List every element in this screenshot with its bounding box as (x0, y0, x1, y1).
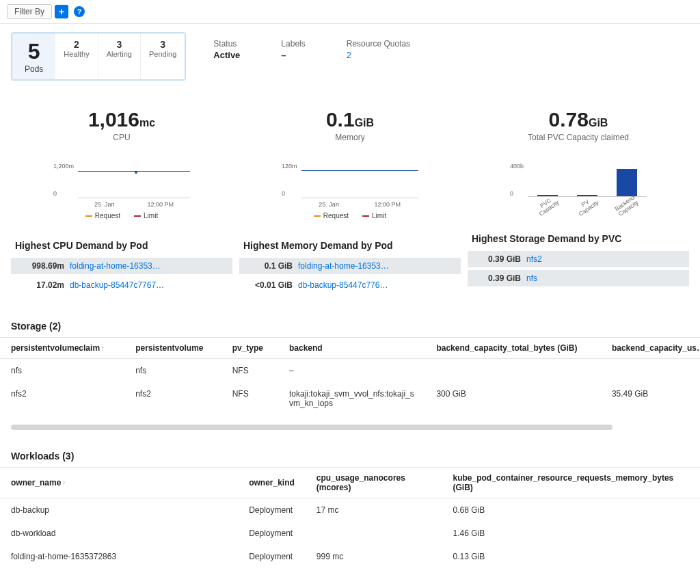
legend-request[interactable]: Request (314, 212, 349, 219)
add-filter-button[interactable]: + (55, 5, 68, 18)
col-cpu[interactable]: cpu_usage_nanocores (mcores) (306, 468, 442, 498)
pods-summary-box: 5 Pods 2 Healthy 3 Alerting 3 Pending (11, 32, 186, 81)
table-row[interactable]: db-workload Deployment 1.46 GiB (0, 522, 700, 545)
col-pvtype[interactable]: pv_type (221, 338, 278, 359)
pods-alerting[interactable]: 3 Alerting (98, 34, 140, 79)
pods-total[interactable]: 5 Pods (12, 34, 55, 79)
horizontal-scrollbar[interactable] (11, 425, 612, 430)
cpu-label: CPU (11, 133, 232, 142)
pvc-chart[interactable]: 400b 0 PVC Capacity PV Capacity Backend … (510, 163, 647, 213)
cpu-value: 1,016mc (11, 108, 232, 131)
memory-demand-row[interactable]: <0.01 GiB db-backup-85447c776… (239, 277, 461, 293)
cpu-chart[interactable]: 1,200m 0 25. Jan 12:00 PM Request Limit (53, 163, 190, 219)
table-row[interactable]: nfs2 nfs2 NFS tokaji:tokaji_svm_vvol_nfs… (0, 382, 700, 415)
col-cap-used[interactable]: backend_capacity_us… (601, 338, 700, 359)
memory-value: 0.1GiB (239, 108, 461, 131)
cpu-demand-row[interactable]: 17.02m db-backup-85447c7767… (11, 277, 232, 293)
pvc-demand-title: Highest Storage Demand by PVC (468, 233, 689, 244)
legend-limit[interactable]: Limit (362, 212, 386, 219)
col-backend[interactable]: backend (278, 338, 425, 359)
cpu-demand-list: 998.69m folding-at-home-16353… 17.02m db… (11, 258, 232, 293)
pvc-demand-row[interactable]: 0.39 GiB nfs (468, 270, 689, 286)
pvc-value: 0.78GiB (468, 108, 689, 131)
pods-pending[interactable]: 3 Pending (140, 34, 185, 79)
legend-limit[interactable]: Limit (134, 212, 158, 219)
cpu-summary: 1,016mc CPU 1,200m 0 25. Jan 12:00 PM (11, 108, 232, 296)
col-owner[interactable]: owner_name↑ (0, 468, 238, 498)
col-pvc[interactable]: persistentvolumeclaim↑ (0, 338, 124, 359)
legend-request[interactable]: Request (85, 212, 120, 219)
meta-status: Status Active (213, 39, 240, 60)
sort-asc-icon: ↑ (101, 345, 105, 352)
memory-demand-list: 0.1 GiB folding-at-home-16353… <0.01 GiB… (239, 258, 461, 293)
memory-demand-row[interactable]: 0.1 GiB folding-at-home-16353… (239, 258, 461, 274)
table-row[interactable]: folding-at-home-1635372863 Deployment 99… (0, 545, 700, 568)
table-row[interactable]: db-backup Deployment 17 mc 0.68 GiB (0, 498, 700, 522)
pvc-label: Total PVC Capacity claimed (468, 133, 689, 142)
table-row[interactable]: nfs nfs NFS – (0, 359, 700, 383)
memory-label: Memory (239, 133, 461, 142)
pods-healthy[interactable]: 2 Healthy (55, 34, 97, 79)
pvc-summary: 0.78GiB Total PVC Capacity claimed 400b … (468, 108, 689, 296)
memory-summary: 0.1GiB Memory 120m 0 25. Jan 12:00 PM (239, 108, 461, 296)
storage-title: Storage (2) (0, 310, 700, 337)
filter-bar: Filter By + ? (0, 0, 700, 24)
help-icon[interactable]: ? (74, 6, 85, 17)
storage-table: persistentvolumeclaim↑ persistentvolume … (0, 337, 700, 415)
filter-by-button[interactable]: Filter By (7, 4, 52, 19)
col-kind[interactable]: owner_kind (238, 468, 306, 498)
cpu-demand-title: Highest CPU Demand by Pod (11, 240, 232, 251)
meta-labels: Labels – (281, 39, 305, 60)
memory-chart[interactable]: 120m 0 25. Jan 12:00 PM Request Limit (282, 163, 418, 219)
pvc-demand-row[interactable]: 0.39 GiB nfs2 (468, 251, 689, 267)
sort-asc-icon: ↑ (62, 479, 66, 487)
namespace-meta: Status Active Labels – Resource Quotas 2 (213, 32, 410, 60)
pods-total-label: Pods (25, 64, 43, 74)
pods-total-value: 5 (25, 39, 43, 64)
pvc-demand-list: 0.39 GiB nfs2 0.39 GiB nfs (468, 251, 689, 286)
meta-quotas: Resource Quotas 2 (347, 39, 410, 60)
cpu-demand-row[interactable]: 998.69m folding-at-home-16353… (11, 258, 232, 274)
col-cap-total[interactable]: backend_capacity_total_bytes (GiB) (425, 338, 600, 359)
workloads-title: Workloads (3) (0, 440, 700, 467)
workloads-table: owner_name↑ owner_kind cpu_usage_nanocor… (0, 467, 700, 568)
col-pv[interactable]: persistentvolume (124, 338, 221, 359)
col-mem[interactable]: kube_pod_container_resource_requests_mem… (442, 468, 700, 498)
memory-demand-title: Highest Memory Demand by Pod (239, 240, 461, 251)
